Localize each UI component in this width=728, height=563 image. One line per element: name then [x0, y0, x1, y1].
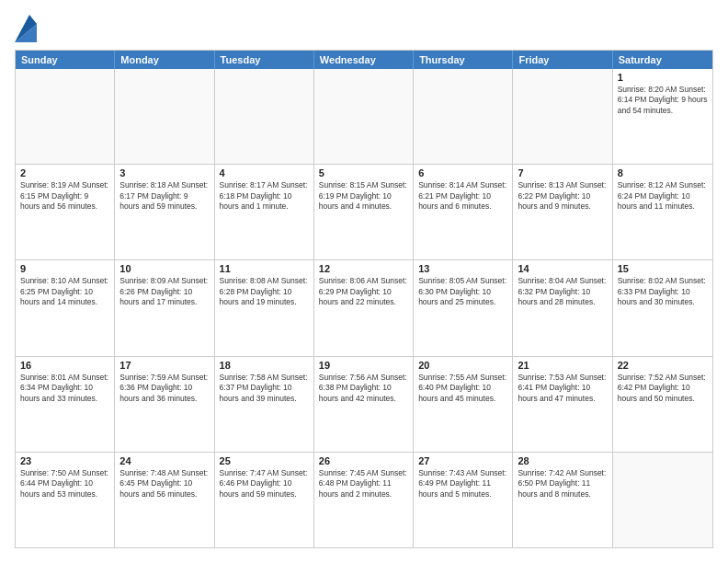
calendar-day-cell: 22Sunrise: 7:52 AM Sunset: 6:42 PM Dayli…	[613, 357, 712, 452]
calendar-day-cell: 17Sunrise: 7:59 AM Sunset: 6:36 PM Dayli…	[115, 357, 214, 452]
day-number: 14	[518, 263, 607, 274]
day-info: Sunrise: 7:52 AM Sunset: 6:42 PM Dayligh…	[618, 373, 708, 404]
calendar-day-cell: 6Sunrise: 8:14 AM Sunset: 6:21 PM Daylig…	[414, 165, 513, 259]
day-info: Sunrise: 8:01 AM Sunset: 6:34 PM Dayligh…	[20, 373, 109, 404]
calendar-day-cell: 11Sunrise: 8:08 AM Sunset: 6:28 PM Dayli…	[215, 260, 314, 355]
day-info: Sunrise: 7:53 AM Sunset: 6:41 PM Dayligh…	[518, 373, 607, 404]
calendar-day-cell: 19Sunrise: 7:56 AM Sunset: 6:38 PM Dayli…	[314, 357, 414, 452]
weekday-header: Wednesday	[314, 51, 414, 69]
calendar-day-cell: 27Sunrise: 7:43 AM Sunset: 6:49 PM Dayli…	[414, 453, 513, 547]
day-info: Sunrise: 8:15 AM Sunset: 6:19 PM Dayligh…	[319, 180, 408, 212]
calendar-day-cell: 3Sunrise: 8:18 AM Sunset: 6:17 PM Daylig…	[115, 165, 214, 259]
day-info: Sunrise: 8:04 AM Sunset: 6:32 PM Dayligh…	[518, 276, 607, 307]
calendar-header: SundayMondayTuesdayWednesdayThursdayFrid…	[16, 51, 712, 69]
day-info: Sunrise: 8:18 AM Sunset: 6:17 PM Dayligh…	[119, 180, 209, 212]
calendar-day-cell: 21Sunrise: 7:53 AM Sunset: 6:41 PM Dayli…	[513, 357, 612, 452]
logo	[15, 15, 39, 42]
day-info: Sunrise: 7:58 AM Sunset: 6:37 PM Dayligh…	[220, 373, 309, 404]
day-number: 15	[618, 263, 708, 274]
day-number: 21	[518, 360, 607, 371]
day-info: Sunrise: 8:05 AM Sunset: 6:30 PM Dayligh…	[418, 276, 507, 307]
calendar-empty-cell	[16, 69, 115, 164]
day-number: 23	[20, 455, 109, 466]
day-number: 1	[618, 72, 708, 83]
day-number: 16	[20, 360, 109, 371]
day-number: 25	[220, 455, 309, 466]
calendar-day-cell: 1Sunrise: 8:20 AM Sunset: 6:14 PM Daylig…	[613, 69, 712, 164]
calendar-row: 1Sunrise: 8:20 AM Sunset: 6:14 PM Daylig…	[16, 69, 712, 164]
day-info: Sunrise: 7:59 AM Sunset: 6:36 PM Dayligh…	[119, 373, 209, 404]
day-number: 17	[119, 360, 209, 371]
calendar-day-cell: 18Sunrise: 7:58 AM Sunset: 6:37 PM Dayli…	[215, 357, 314, 452]
calendar-empty-cell	[513, 69, 612, 164]
weekday-header: Monday	[115, 51, 214, 69]
day-info: Sunrise: 8:20 AM Sunset: 6:14 PM Dayligh…	[618, 85, 708, 116]
day-info: Sunrise: 8:09 AM Sunset: 6:26 PM Dayligh…	[119, 276, 209, 307]
calendar-empty-cell	[414, 69, 513, 164]
day-info: Sunrise: 8:13 AM Sunset: 6:22 PM Dayligh…	[518, 180, 607, 212]
day-number: 2	[20, 167, 109, 178]
day-number: 13	[418, 263, 507, 274]
page: SundayMondayTuesdayWednesdayThursdayFrid…	[0, 0, 728, 563]
day-number: 4	[220, 167, 309, 178]
calendar-day-cell: 28Sunrise: 7:42 AM Sunset: 6:50 PM Dayli…	[513, 453, 612, 547]
calendar-day-cell: 25Sunrise: 7:47 AM Sunset: 6:46 PM Dayli…	[215, 453, 314, 547]
calendar-day-cell: 23Sunrise: 7:50 AM Sunset: 6:44 PM Dayli…	[16, 453, 115, 547]
day-number: 18	[220, 360, 309, 371]
day-info: Sunrise: 7:45 AM Sunset: 6:48 PM Dayligh…	[319, 468, 408, 500]
weekday-header: Sunday	[16, 51, 115, 69]
day-number: 10	[119, 263, 209, 274]
calendar-day-cell: 20Sunrise: 7:55 AM Sunset: 6:40 PM Dayli…	[414, 357, 513, 452]
day-number: 12	[319, 263, 408, 274]
calendar-day-cell: 14Sunrise: 8:04 AM Sunset: 6:32 PM Dayli…	[513, 260, 612, 355]
calendar-empty-cell	[314, 69, 414, 164]
day-info: Sunrise: 7:50 AM Sunset: 6:44 PM Dayligh…	[20, 468, 109, 500]
logo-icon	[15, 15, 37, 42]
day-number: 7	[518, 167, 607, 178]
calendar-day-cell: 5Sunrise: 8:15 AM Sunset: 6:19 PM Daylig…	[314, 165, 414, 259]
calendar-empty-cell	[613, 453, 712, 547]
weekday-header: Thursday	[414, 51, 513, 69]
calendar-day-cell: 24Sunrise: 7:48 AM Sunset: 6:45 PM Dayli…	[115, 453, 214, 547]
calendar-row: 9Sunrise: 8:10 AM Sunset: 6:25 PM Daylig…	[16, 259, 712, 355]
day-info: Sunrise: 7:55 AM Sunset: 6:40 PM Dayligh…	[418, 373, 507, 404]
day-number: 28	[518, 455, 607, 466]
day-number: 20	[418, 360, 507, 371]
day-info: Sunrise: 8:12 AM Sunset: 6:24 PM Dayligh…	[618, 180, 708, 212]
day-info: Sunrise: 8:02 AM Sunset: 6:33 PM Dayligh…	[618, 276, 708, 307]
day-info: Sunrise: 7:42 AM Sunset: 6:50 PM Dayligh…	[518, 468, 607, 500]
calendar-row: 16Sunrise: 8:01 AM Sunset: 6:34 PM Dayli…	[16, 356, 712, 452]
calendar: SundayMondayTuesdayWednesdayThursdayFrid…	[15, 50, 713, 548]
day-number: 11	[220, 263, 309, 274]
day-number: 19	[319, 360, 408, 371]
day-number: 3	[119, 167, 209, 178]
day-info: Sunrise: 7:48 AM Sunset: 6:45 PM Dayligh…	[119, 468, 209, 500]
day-number: 26	[319, 455, 408, 466]
day-number: 6	[418, 167, 507, 178]
calendar-day-cell: 15Sunrise: 8:02 AM Sunset: 6:33 PM Dayli…	[613, 260, 712, 355]
day-number: 5	[319, 167, 408, 178]
day-info: Sunrise: 8:06 AM Sunset: 6:29 PM Dayligh…	[319, 276, 408, 307]
calendar-day-cell: 2Sunrise: 8:19 AM Sunset: 6:15 PM Daylig…	[16, 165, 115, 259]
weekday-header: Saturday	[613, 51, 712, 69]
calendar-day-cell: 10Sunrise: 8:09 AM Sunset: 6:26 PM Dayli…	[115, 260, 214, 355]
header	[15, 15, 713, 42]
day-info: Sunrise: 7:43 AM Sunset: 6:49 PM Dayligh…	[418, 468, 507, 500]
day-info: Sunrise: 8:08 AM Sunset: 6:28 PM Dayligh…	[220, 276, 309, 307]
calendar-day-cell: 4Sunrise: 8:17 AM Sunset: 6:18 PM Daylig…	[215, 165, 314, 259]
weekday-header: Friday	[513, 51, 612, 69]
day-info: Sunrise: 8:10 AM Sunset: 6:25 PM Dayligh…	[20, 276, 109, 307]
calendar-day-cell: 9Sunrise: 8:10 AM Sunset: 6:25 PM Daylig…	[16, 260, 115, 355]
calendar-empty-cell	[115, 69, 214, 164]
calendar-empty-cell	[215, 69, 314, 164]
calendar-row: 23Sunrise: 7:50 AM Sunset: 6:44 PM Dayli…	[16, 452, 712, 547]
calendar-day-cell: 26Sunrise: 7:45 AM Sunset: 6:48 PM Dayli…	[314, 453, 414, 547]
day-number: 24	[119, 455, 209, 466]
calendar-day-cell: 13Sunrise: 8:05 AM Sunset: 6:30 PM Dayli…	[414, 260, 513, 355]
day-info: Sunrise: 8:19 AM Sunset: 6:15 PM Dayligh…	[20, 180, 109, 212]
day-number: 27	[418, 455, 507, 466]
day-number: 22	[618, 360, 708, 371]
calendar-day-cell: 16Sunrise: 8:01 AM Sunset: 6:34 PM Dayli…	[16, 357, 115, 452]
weekday-header: Tuesday	[215, 51, 314, 69]
day-info: Sunrise: 7:56 AM Sunset: 6:38 PM Dayligh…	[319, 373, 408, 404]
